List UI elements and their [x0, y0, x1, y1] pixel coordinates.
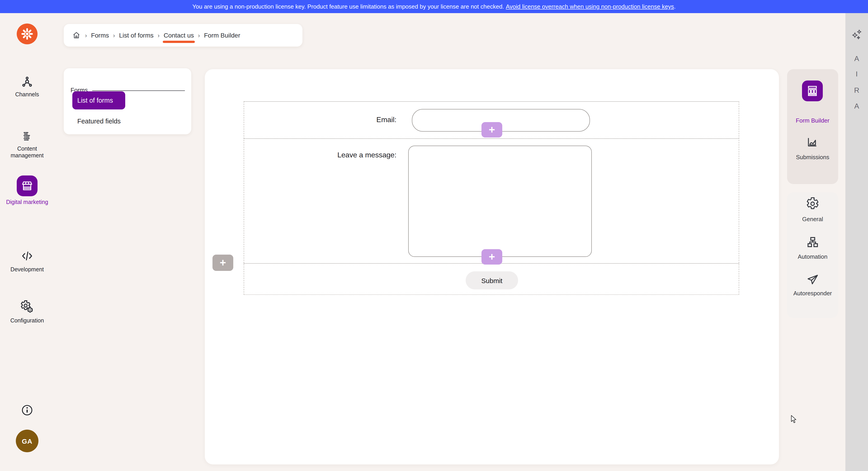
submit-button[interactable]: Submit: [466, 271, 518, 289]
automation-icon[interactable]: [806, 236, 819, 249]
sidebar-item-development[interactable]: Development: [0, 249, 54, 273]
forms-panel-item-list-of-forms[interactable]: List of forms: [72, 91, 125, 110]
sidebar-item-content-management[interactable]: Content management: [0, 130, 54, 159]
aira-rail: A I R A: [845, 13, 868, 471]
license-banner-text: You are using a non-production license k…: [192, 3, 504, 10]
license-overreach-link[interactable]: Avoid license overreach when using non-p…: [506, 3, 674, 10]
submissions-chart-icon[interactable]: [806, 136, 819, 148]
license-banner: You are using a non-production license k…: [0, 0, 868, 13]
avatar-initials: GA: [22, 437, 33, 445]
add-component-button[interactable]: +: [482, 122, 502, 138]
mouse-cursor: [791, 415, 798, 424]
breadcrumb-item-list-of-forms[interactable]: List of forms: [119, 32, 154, 39]
breadcrumb: › Forms › List of forms › Contact us › F…: [64, 24, 303, 47]
kentico-logo-icon[interactable]: [17, 24, 37, 44]
code-icon: [20, 249, 34, 262]
view-switcher-card: Form Builder Submissions: [787, 69, 838, 184]
sidebar-item-configuration[interactable]: Configuration: [0, 300, 54, 324]
breadcrumb-separator: ›: [85, 32, 87, 39]
aira-letter: A: [845, 102, 868, 110]
gears-icon: [20, 300, 34, 314]
sidebar-item-label: Content management: [0, 146, 54, 159]
forms-panel: Forms List of forms Featured fields: [64, 68, 191, 134]
breadcrumb-item-form-builder: Form Builder: [204, 32, 240, 39]
general-gear-icon[interactable]: [806, 197, 819, 210]
section-divider: [244, 138, 739, 139]
breadcrumb-item-label: Contact us: [164, 32, 194, 39]
add-component-button[interactable]: +: [482, 249, 502, 265]
license-banner-period: .: [674, 3, 676, 10]
sidebar-item-digital-marketing[interactable]: Digital marketing: [0, 175, 54, 206]
info-icon: [21, 404, 33, 416]
info-button[interactable]: [21, 404, 33, 416]
add-section-button[interactable]: +: [213, 255, 233, 271]
sidebar-item-channels[interactable]: Channels: [0, 76, 54, 98]
sidebar-item-label: Development: [0, 266, 54, 273]
form-settings-card: General Automation Autoresponder: [787, 192, 838, 318]
breadcrumb-separator: ›: [113, 32, 115, 39]
digital-marketing-active-tile: [17, 175, 37, 196]
forms-panel-item-featured-fields[interactable]: Featured fields: [77, 118, 121, 125]
form-builder-icon: [806, 84, 819, 98]
content-management-icon: [21, 130, 33, 143]
sidebar-item-label: Channels: [0, 91, 54, 98]
tab-submissions-label[interactable]: Submissions: [787, 154, 838, 160]
sidebar-item-label: Digital marketing: [0, 199, 54, 206]
email-field-label: Email:: [244, 116, 397, 124]
sidebar-item-label: Configuration: [0, 318, 54, 324]
plus-icon: +: [489, 252, 495, 262]
tab-form-builder[interactable]: [802, 81, 823, 101]
plus-icon: +: [489, 124, 495, 135]
message-field-label: Leave a message:: [244, 151, 397, 159]
storefront-icon: [21, 180, 33, 192]
breadcrumb-active-underline: [163, 41, 195, 43]
message-field[interactable]: [408, 146, 592, 257]
aira-letter: A: [845, 55, 868, 63]
tab-form-builder-label[interactable]: Form Builder: [787, 117, 838, 124]
breadcrumb-separator: ›: [158, 32, 160, 39]
breadcrumb-separator: ›: [198, 32, 200, 39]
settings-general-label[interactable]: General: [787, 216, 838, 223]
aira-letter: I: [845, 70, 868, 78]
plus-icon: +: [220, 257, 226, 268]
logo-flower-icon: [20, 27, 34, 41]
channels-icon: [21, 76, 33, 89]
aira-sparkles-icon[interactable]: [851, 29, 863, 41]
submit-button-label: Submit: [481, 276, 502, 284]
forms-panel-divider: [92, 90, 185, 91]
settings-autoresponder-label[interactable]: Autoresponder: [787, 290, 838, 297]
autoresponder-plane-icon[interactable]: [806, 273, 819, 286]
app-root: You are using a non-production license k…: [0, 0, 868, 471]
breadcrumb-item-contact-us[interactable]: Contact us: [164, 32, 194, 39]
user-avatar[interactable]: GA: [16, 430, 38, 452]
settings-automation-label[interactable]: Automation: [787, 253, 838, 260]
breadcrumb-item-forms[interactable]: Forms: [91, 32, 109, 39]
home-icon[interactable]: [72, 31, 81, 40]
aira-letter: R: [845, 86, 868, 94]
